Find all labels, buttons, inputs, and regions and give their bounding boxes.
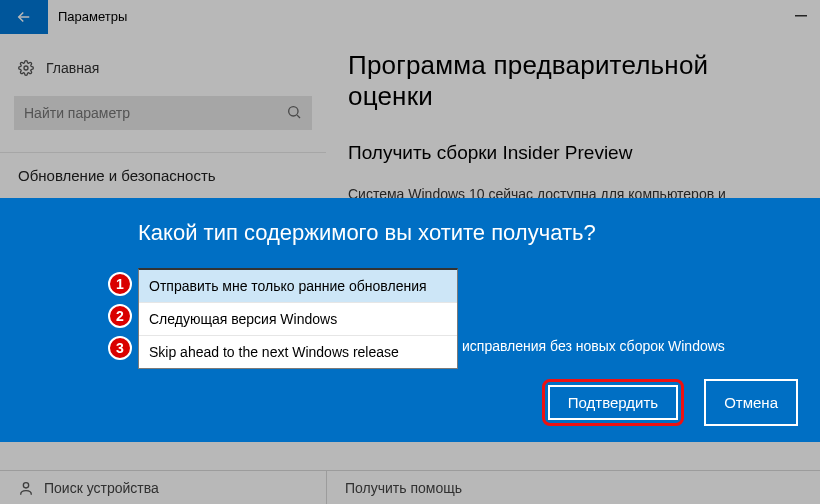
confirm-button[interactable]: Подтвердить <box>548 385 678 420</box>
confirm-highlight-ring: Подтвердить <box>542 379 684 426</box>
modal: Какой тип содержимого вы хотите получать… <box>0 198 820 442</box>
modal-question: Какой тип содержимого вы хотите получать… <box>0 198 820 246</box>
annotation-badge-3: 3 <box>108 336 132 360</box>
dropdown-option-3[interactable]: Skip ahead to the next Windows release <box>139 335 457 368</box>
cancel-button[interactable]: Отмена <box>704 379 798 426</box>
modal-trailing-text: исправления без новых сборок Windows <box>462 338 725 354</box>
annotation-badge-2: 2 <box>108 304 132 328</box>
annotation-badge-1: 1 <box>108 272 132 296</box>
dropdown[interactable]: Отправить мне только ранние обновления С… <box>138 268 458 369</box>
dropdown-option-2[interactable]: Следующая версия Windows <box>139 302 457 335</box>
modal-buttons: Подтвердить Отмена <box>542 379 798 426</box>
dropdown-option-1[interactable]: Отправить мне только ранние обновления <box>139 270 457 302</box>
settings-window: Параметры Главная Обновление и безопасно… <box>0 0 820 504</box>
